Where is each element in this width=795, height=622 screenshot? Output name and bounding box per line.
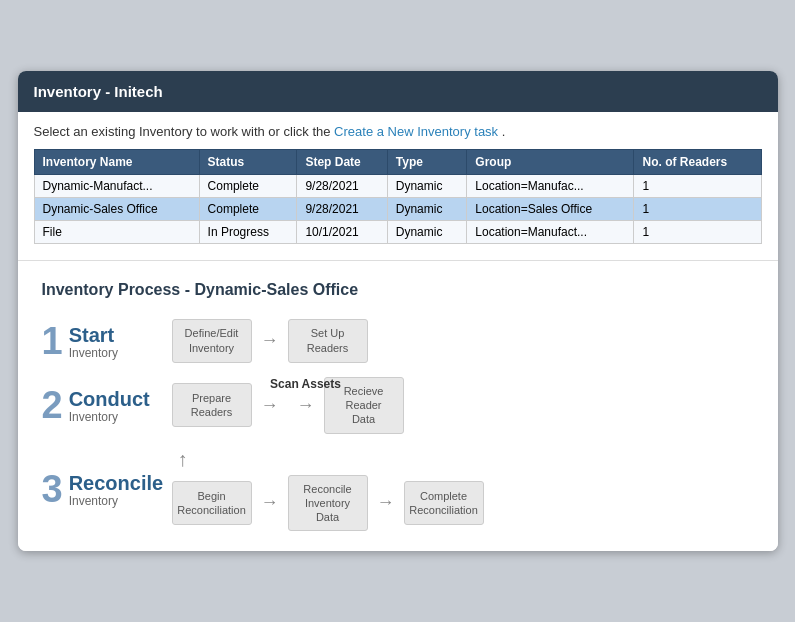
table-cell-0-0: Dynamic-Manufact... bbox=[34, 174, 199, 197]
arrow-3 bbox=[288, 395, 324, 416]
table-cell-1-4: Location=Sales Office bbox=[467, 197, 634, 220]
table-cell-2-3: Dynamic bbox=[387, 220, 467, 243]
step-number-3: 3 bbox=[42, 470, 63, 508]
table-cell-0-4: Location=Manufac... bbox=[467, 174, 634, 197]
col-header-name: Inventory Name bbox=[34, 149, 199, 174]
arrow-4 bbox=[252, 492, 288, 513]
step-text-2: Conduct Inventory bbox=[69, 386, 150, 424]
col-header-group: Group bbox=[467, 149, 634, 174]
flow-box-setup-readers[interactable]: Set UpReaders bbox=[288, 319, 368, 363]
inventory-table: Inventory Name Status Step Date Type Gro… bbox=[34, 149, 762, 244]
step-subname-3: Inventory bbox=[69, 494, 163, 508]
table-cell-2-4: Location=Manufact... bbox=[467, 220, 634, 243]
table-cell-1-5: 1 bbox=[634, 197, 761, 220]
table-cell-2-0: File bbox=[34, 220, 199, 243]
scan-assets-label: Scan Assets bbox=[270, 377, 341, 391]
col-header-type: Type bbox=[387, 149, 467, 174]
step-name-3: Reconcile bbox=[69, 472, 163, 494]
flow-box-define-edit[interactable]: Define/EditInventory bbox=[172, 319, 252, 363]
table-cell-2-5: 1 bbox=[634, 220, 761, 243]
table-cell-0-3: Dynamic bbox=[387, 174, 467, 197]
header-title: Inventory - Initech bbox=[34, 83, 163, 100]
step-row-1: 1 Start Inventory Define/EditInventory S… bbox=[42, 319, 754, 363]
table-row[interactable]: Dynamic-Sales OfficeComplete9/28/2021Dyn… bbox=[34, 197, 761, 220]
window-header: Inventory - Initech bbox=[18, 71, 778, 112]
table-cell-1-0: Dynamic-Sales Office bbox=[34, 197, 199, 220]
col-header-step-date: Step Date bbox=[297, 149, 387, 174]
step-flow-2: PrepareReaders Scan Assets RecieveReader… bbox=[172, 377, 754, 434]
process-title: Inventory Process - Dynamic-Sales Office bbox=[42, 281, 754, 299]
bottom-section: Inventory Process - Dynamic-Sales Office… bbox=[18, 261, 778, 552]
step-label-1: 1 Start Inventory bbox=[42, 322, 172, 360]
step-subname-2: Inventory bbox=[69, 410, 150, 424]
table-cell-2-2: 10/1/2021 bbox=[297, 220, 387, 243]
main-container: Inventory - Initech Select an existing I… bbox=[18, 71, 778, 552]
step-label-2: 2 Conduct Inventory bbox=[42, 386, 172, 424]
arrow-2 bbox=[252, 395, 288, 416]
table-cell-0-1: Complete bbox=[199, 174, 297, 197]
step-label-3: 3 Reconcile Inventory bbox=[42, 470, 172, 508]
step-number-1: 1 bbox=[42, 322, 63, 360]
table-cell-1-1: Complete bbox=[199, 197, 297, 220]
step-name-1: Start bbox=[69, 324, 118, 346]
create-inventory-link[interactable]: Create a New Inventory task bbox=[334, 124, 498, 139]
table-row[interactable]: FileIn Progress10/1/2021DynamicLocation=… bbox=[34, 220, 761, 243]
instruction-text: Select an existing Inventory to work wit… bbox=[34, 124, 762, 139]
flow-box-reconcile-inventory[interactable]: ReconcileInventory Data bbox=[288, 475, 368, 532]
table-row[interactable]: Dynamic-Manufact...Complete9/28/2021Dyna… bbox=[34, 174, 761, 197]
step-flow-1: Define/EditInventory Set UpReaders bbox=[172, 319, 754, 363]
arrow-5 bbox=[368, 492, 404, 513]
table-cell-0-5: 1 bbox=[634, 174, 761, 197]
step-row-3: 3 Reconcile Inventory ↑ BeginReconciliat… bbox=[42, 448, 754, 532]
step-name-2: Conduct bbox=[69, 388, 150, 410]
process-steps: 1 Start Inventory Define/EditInventory S… bbox=[42, 319, 754, 532]
col-header-status: Status bbox=[199, 149, 297, 174]
flow-box-begin-reconciliation[interactable]: BeginReconciliation bbox=[172, 481, 252, 525]
step-text-3: Reconcile Inventory bbox=[69, 470, 163, 508]
step-number-2: 2 bbox=[42, 386, 63, 424]
arrow-1 bbox=[252, 330, 288, 351]
step-row-2: 2 Conduct Inventory PrepareReaders Scan … bbox=[42, 377, 754, 434]
step-flow-3: ↑ BeginReconciliation ReconcileInventory… bbox=[172, 448, 754, 532]
table-cell-2-1: In Progress bbox=[199, 220, 297, 243]
table-cell-1-2: 9/28/2021 bbox=[297, 197, 387, 220]
table-cell-1-3: Dynamic bbox=[387, 197, 467, 220]
flow-box-complete-reconciliation[interactable]: CompleteReconciliation bbox=[404, 481, 484, 525]
col-header-readers: No. of Readers bbox=[634, 149, 761, 174]
step-subname-1: Inventory bbox=[69, 346, 118, 360]
table-cell-0-2: 9/28/2021 bbox=[297, 174, 387, 197]
flow-box-prepare-readers[interactable]: PrepareReaders bbox=[172, 383, 252, 427]
top-section: Select an existing Inventory to work wit… bbox=[18, 112, 778, 261]
step-text-1: Start Inventory bbox=[69, 322, 118, 360]
